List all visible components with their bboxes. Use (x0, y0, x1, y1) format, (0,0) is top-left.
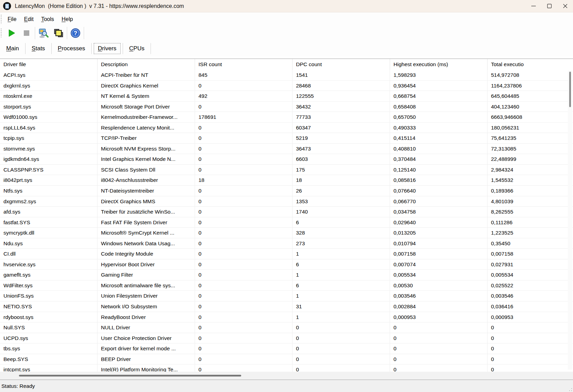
table-row[interactable]: UnionFS.sys Union Filesystem Driver 0 1 … (0, 291, 573, 301)
table-row[interactable]: Beep.SYS BEEP Driver 0 0 0 0 (0, 354, 573, 365)
horizontal-scrollbar[interactable] (0, 372, 573, 380)
cell-highest-execution: 0,658408 (390, 102, 488, 112)
resize-grip[interactable] (569, 388, 572, 391)
cell-description: TCP/IP-Treiber (98, 133, 195, 143)
cell-isr-count: 0 (195, 123, 293, 133)
cell-description: Gaming Filter (98, 270, 195, 280)
tab-processes[interactable]: Processes (54, 43, 89, 54)
column-header-isr-count[interactable]: ISR count (195, 59, 293, 70)
close-button[interactable] (557, 0, 573, 12)
report-button[interactable] (51, 27, 66, 40)
cell-dpc-count: 328 (293, 228, 390, 238)
table-row[interactable]: i8042prt.sys i8042-Anschlussstreiber 18 … (0, 175, 573, 186)
cell-dpc-count: 0 (293, 343, 390, 354)
cell-dpc-count: 1 (293, 312, 390, 322)
cell-driver-file: Ndu.sys (0, 238, 98, 249)
analyze-button[interactable] (36, 27, 51, 40)
table-row[interactable]: gameflt.sys Gaming Filter 0 1 0,005534 0… (0, 270, 573, 280)
status-bar: Status: Ready (0, 380, 573, 392)
column-header-total-execution[interactable]: Total executio (488, 59, 573, 70)
column-header-highest-execution[interactable]: Highest execution (ms) (390, 59, 488, 70)
start-monitor-button[interactable] (4, 27, 19, 40)
cell-isr-count: 0 (195, 354, 293, 364)
help-button[interactable]: ? (68, 27, 83, 40)
cell-description: i8042-Anschlussstreiber (98, 175, 195, 185)
menu-edit[interactable]: Edit (20, 14, 38, 24)
menu-bar: File Edit Tools Help (0, 13, 573, 25)
column-header-driver-file[interactable]: Driver file (0, 59, 98, 70)
table-row[interactable]: dxgkrnl.sys DirectX Graphics Kernel 0 28… (0, 81, 573, 91)
table-row[interactable]: Ntfs.sys NT-Dateisystemtreiber 0 26 0,07… (0, 186, 573, 196)
toolbar-gripper[interactable] (1, 29, 2, 38)
cell-driver-file: storport.sys (0, 102, 98, 112)
vertical-scrollbar[interactable] (568, 71, 572, 370)
table-row[interactable]: CI.dll Code Integrity Module 0 1 0,00715… (0, 249, 573, 259)
cell-driver-file: Ntfs.sys (0, 186, 98, 196)
menubar-gripper[interactable] (1, 15, 2, 24)
tab-stats[interactable]: Stats (28, 43, 49, 54)
table-row[interactable]: CLASSPNP.SYS SCSI Class System Dll 0 175… (0, 165, 573, 175)
table-row[interactable]: tbs.sys Export driver for kernel mode ..… (0, 343, 573, 354)
cell-dpc-count: 28468 (293, 81, 390, 91)
column-header-dpc-count[interactable]: DPC count (293, 59, 390, 70)
tab-drivers[interactable]: Drivers (94, 43, 121, 54)
menu-tools[interactable]: Tools (37, 14, 58, 24)
vertical-scrollbar-thumb[interactable] (569, 72, 571, 107)
table-row[interactable]: dxgmms2.sys DirectX Graphics MMS 0 1353 … (0, 196, 573, 207)
cell-highest-execution: 0,668754 (390, 91, 488, 101)
table-row[interactable]: WdFilter.sys Microsoft antimalware file … (0, 280, 573, 291)
minimize-button[interactable] (525, 0, 541, 12)
table-row[interactable]: igdkmdn64.sys Intel Graphics Kernel Mode… (0, 154, 573, 165)
table-row[interactable]: symcryptk.dll Microsoft® SymCrypt Kernel… (0, 228, 573, 238)
table-row[interactable]: hvservice.sys Hypervisor Boot Driver 0 6… (0, 259, 573, 270)
tab-bar: Main Stats Processes Drivers CPUs (0, 41, 573, 56)
cell-isr-count: 0 (195, 102, 293, 112)
table-row[interactable]: intcpmt.sys Intel(R) Platform Monitoring… (0, 364, 573, 372)
table-row[interactable]: NETIO.SYS Network I/O Subsystem 0 31 0,0… (0, 301, 573, 312)
table-row[interactable]: fastfat.SYS Fast FAT File System Driver … (0, 217, 573, 228)
cell-highest-execution: 0,007158 (390, 249, 488, 259)
menu-file[interactable]: File (4, 14, 20, 24)
cell-isr-count: 0 (195, 343, 293, 354)
cell-driver-file: i8042prt.sys (0, 175, 98, 185)
table-row[interactable]: Ndu.sys Windows Network Data Usag... 0 2… (0, 238, 573, 249)
table-row[interactable]: Null.SYS NULL Driver 0 0 0 0 (0, 322, 573, 333)
cell-total-execution: 0,000953 (488, 312, 573, 322)
table-row[interactable]: ACPI.sys ACPI-Treiber für NT 845 1541 1,… (0, 70, 573, 81)
cell-isr-count: 0 (195, 196, 293, 207)
tab-cpus[interactable]: CPUs (125, 43, 149, 54)
cell-total-execution: 0 (488, 364, 573, 372)
horizontal-scrollbar-thumb[interactable] (19, 375, 241, 376)
cell-description: Microsoft® SymCrypt Kernel ... (98, 228, 195, 238)
cell-description: ACPI-Treiber für NT (98, 70, 195, 80)
cell-driver-file: ACPI.sys (0, 70, 98, 80)
cell-highest-execution: 0,005534 (390, 270, 488, 280)
cell-driver-file: gameflt.sys (0, 270, 98, 280)
table-row[interactable]: stornvme.sys Microsoft NVM Express Storp… (0, 144, 573, 154)
menu-help[interactable]: Help (58, 14, 77, 24)
cell-isr-count: 0 (195, 207, 293, 217)
cell-isr-count: 0 (195, 312, 293, 322)
table-row[interactable]: rspLLL64.sys Resplendence Latency Monit.… (0, 123, 573, 133)
table-row[interactable]: storport.sys Microsoft Storage Port Driv… (0, 102, 573, 112)
cell-isr-count: 0 (195, 238, 293, 249)
table-row[interactable]: rdyboost.sys ReadyBoost Driver 0 1 0,000… (0, 312, 573, 323)
cell-total-execution: 0,35450 (488, 238, 573, 249)
cell-highest-execution: 0,408810 (390, 144, 488, 154)
stop-monitor-button[interactable] (19, 27, 34, 40)
table-row[interactable]: Wdf01000.sys Kernelmodustreiber-Framewor… (0, 112, 573, 123)
column-header-description[interactable]: Description (98, 59, 195, 70)
cell-highest-execution: 0,007074 (390, 259, 488, 270)
cell-description: Union Filesystem Driver (98, 291, 195, 301)
table-row[interactable]: afd.sys Treiber für zusätzliche WinSo...… (0, 207, 573, 217)
cell-description: DirectX Graphics MMS (98, 196, 195, 207)
cell-total-execution: 6663,946608 (488, 112, 573, 122)
maximize-button[interactable] (541, 0, 557, 12)
tab-separator (123, 43, 123, 54)
cell-highest-execution: 0,125140 (390, 165, 488, 175)
table-row[interactable]: tcpip.sys TCP/IP-Treiber 0 5219 0,415114… (0, 133, 573, 144)
table-row[interactable]: ntoskrnl.exe NT Kernel & System 492 1225… (0, 91, 573, 102)
cell-total-execution: 0,189366 (488, 186, 573, 196)
table-row[interactable]: UCPD.sys User Choice Protection Driver 0… (0, 333, 573, 344)
tab-main[interactable]: Main (2, 43, 23, 54)
